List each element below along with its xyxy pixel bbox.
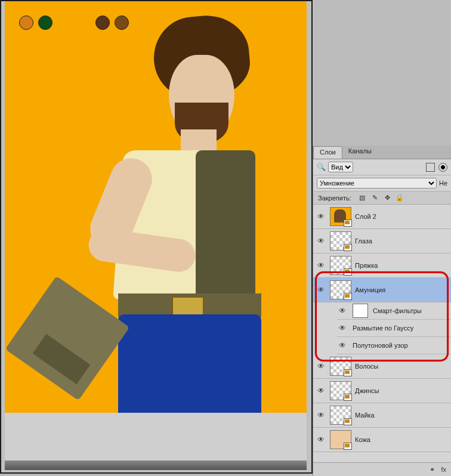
tab-channels[interactable]: Каналы [342,146,378,159]
layer-list[interactable]: 👁 Слой 2 👁 Глаза 👁 Пряжка 👁 Амуниция [313,205,451,454]
layers-panel-footer: ⚭ fx [313,462,451,476]
filter-image-icon[interactable] [426,163,435,172]
layer-thumb[interactable] [330,381,351,400]
layer-name[interactable]: Глаза [355,237,372,245]
illustration-person [41,13,279,407]
lock-label: Закрепить: [318,194,351,202]
fx-icon[interactable]: fx [441,466,446,473]
visibility-toggle[interactable]: 👁 [316,361,326,372]
lock-transparent-icon[interactable]: ▧ [359,194,366,202]
visibility-toggle[interactable]: 👁 [316,285,326,295]
layer-row-sloy2[interactable]: 👁 Слой 2 [313,205,451,229]
opacity-label-fragment: Не [439,180,447,187]
visibility-toggle[interactable]: 👁 [316,236,326,246]
smart-filter-name: Размытие по Гауссу [353,324,413,332]
visibility-toggle[interactable]: 👁 [316,410,326,421]
layer-row-pryazhka[interactable]: 👁 Пряжка [313,254,451,278]
layer-row-mayka[interactable]: 👁 Майка [313,403,451,428]
visibility-toggle[interactable]: 👁 [316,434,326,445]
layer-row-volosy[interactable]: 👁 Волосы [313,354,451,379]
layer-name[interactable]: Слой 2 [355,213,376,220]
panel-tabs: Слои Каналы [313,146,451,159]
visibility-toggle[interactable]: 👁 [337,323,348,333]
layer-row-kozha[interactable]: 👁 Кожа [313,428,451,452]
swatch-1[interactable] [19,16,33,30]
smart-filter-mask-thumb[interactable] [353,304,368,318]
smart-filter-item-halftone[interactable]: 👁 Полутоновой узор [337,337,451,354]
layers-panel: Слои Каналы 🔍 Вид Умножение Не Закрепить… [313,146,451,476]
smart-filters-header[interactable]: 👁 Смарт-фильтры [337,302,451,320]
app-root: Слои Каналы 🔍 Вид Умножение Не Закрепить… [0,0,451,476]
smart-filters-block: 👁 Смарт-фильтры 👁 Размытие по Гауссу 👁 П… [313,302,451,354]
visibility-toggle[interactable]: 👁 [316,260,326,271]
layer-row-amunitsiya[interactable]: 👁 Амуниция [313,278,451,302]
visibility-toggle[interactable]: 👁 [316,385,326,396]
smart-filters-title: Смарт-фильтры [373,307,422,314]
layer-name[interactable]: Пряжка [355,262,378,269]
layer-row-glaza[interactable]: 👁 Глаза [313,229,451,254]
filter-extra-icons [426,163,447,172]
layer-row-dzhinsy[interactable]: 👁 Джинсы [313,379,451,403]
layer-thumb[interactable] [330,430,351,449]
layer-thumb[interactable] [330,207,351,226]
canvas-empty-area [5,413,307,460]
tab-layers[interactable]: Слои [313,146,342,159]
layer-name[interactable]: Амуниция [355,286,385,293]
blend-mode-select[interactable]: Умножение [317,178,437,188]
layer-filter-row: 🔍 Вид [313,159,451,175]
smart-filter-item-gauss[interactable]: 👁 Размытие по Гауссу [337,320,451,337]
link-layers-icon[interactable]: ⚭ [430,466,435,474]
canvas-area[interactable] [0,0,313,474]
layer-name[interactable]: Волосы [355,363,378,370]
visibility-toggle[interactable]: 👁 [316,211,326,222]
filter-adjust-icon[interactable] [438,163,447,172]
lock-move-icon[interactable]: ✥ [384,194,391,202]
lock-all-icon[interactable]: 🔒 [396,194,404,202]
layer-name[interactable]: Джинсы [355,387,379,394]
lock-row: Закрепить: ▧ ✎ ✥ 🔒 [313,191,451,205]
canvas-bottom-shadow [5,460,307,470]
lock-brush-icon[interactable]: ✎ [371,194,379,202]
layer-thumb[interactable] [330,357,351,376]
layer-thumb[interactable] [330,406,351,425]
layer-thumb[interactable] [330,231,351,251]
blend-mode-row: Умножение Не [313,175,451,191]
layer-name[interactable]: Кожа [355,436,370,443]
visibility-toggle[interactable]: 👁 [337,340,348,351]
smart-filter-name: Полутоновой узор [353,342,408,349]
visibility-toggle[interactable]: 👁 [337,305,348,316]
layer-thumb[interactable] [330,280,351,299]
layer-thumb[interactable] [330,256,351,275]
artwork-layer [5,1,307,413]
search-icon: 🔍 [317,163,326,171]
layer-kind-select[interactable]: Вид [328,162,353,172]
layer-name[interactable]: Майка [355,412,375,419]
